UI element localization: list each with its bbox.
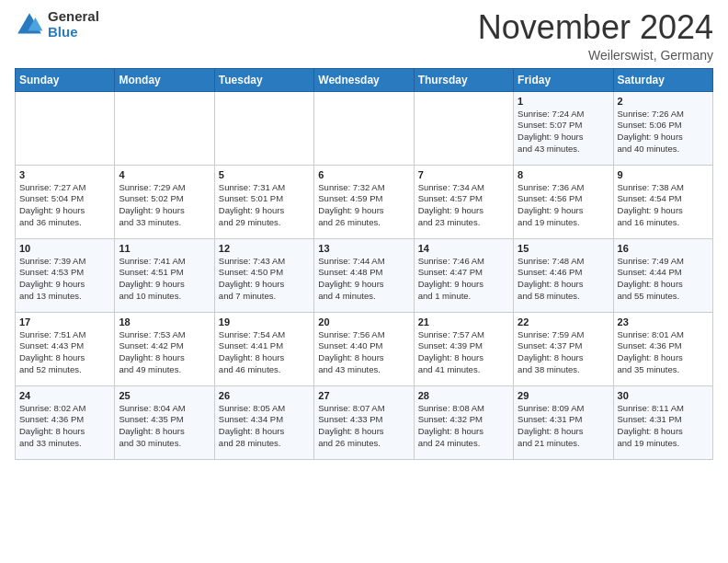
day-number: 30 — [618, 390, 709, 401]
day-number: 26 — [219, 390, 310, 401]
calendar-col-saturday: Saturday — [613, 68, 712, 91]
calendar-cell: 2Sunrise: 7:26 AM Sunset: 5:06 PM Daylig… — [613, 91, 712, 165]
day-number: 23 — [618, 316, 709, 327]
calendar-cell — [115, 91, 214, 165]
day-info: Sunrise: 7:39 AM Sunset: 4:53 PM Dayligh… — [19, 256, 110, 303]
day-info: Sunrise: 8:09 AM Sunset: 4:31 PM Dayligh… — [518, 403, 609, 450]
calendar-cell: 9Sunrise: 7:38 AM Sunset: 4:54 PM Daylig… — [613, 165, 712, 238]
calendar-cell: 18Sunrise: 7:53 AM Sunset: 4:42 PM Dayli… — [115, 312, 214, 385]
location: Weilerswist, Germany — [478, 48, 713, 63]
day-number: 12 — [219, 243, 310, 254]
day-number: 19 — [219, 316, 310, 327]
calendar-cell: 3Sunrise: 7:27 AM Sunset: 5:04 PM Daylig… — [16, 165, 115, 238]
day-info: Sunrise: 7:34 AM Sunset: 4:57 PM Dayligh… — [418, 182, 509, 229]
calendar-cell — [16, 91, 115, 165]
calendar-cell: 7Sunrise: 7:34 AM Sunset: 4:57 PM Daylig… — [414, 165, 513, 238]
page: General Blue November 2024 Weilerswist, … — [0, 0, 728, 563]
day-info: Sunrise: 8:08 AM Sunset: 4:32 PM Dayligh… — [418, 403, 509, 450]
day-number: 13 — [318, 243, 409, 254]
calendar-cell — [414, 91, 513, 165]
logo-icon — [15, 10, 44, 40]
calendar-cell: 13Sunrise: 7:44 AM Sunset: 4:48 PM Dayli… — [314, 238, 414, 312]
day-number: 25 — [119, 390, 210, 401]
day-info: Sunrise: 7:26 AM Sunset: 5:06 PM Dayligh… — [618, 109, 709, 155]
calendar-cell: 6Sunrise: 7:32 AM Sunset: 4:59 PM Daylig… — [314, 165, 414, 238]
calendar-header: SundayMondayTuesdayWednesdayThursdayFrid… — [16, 68, 713, 91]
calendar-cell: 10Sunrise: 7:39 AM Sunset: 4:53 PM Dayli… — [16, 238, 115, 312]
day-info: Sunrise: 8:05 AM Sunset: 4:34 PM Dayligh… — [219, 403, 310, 450]
day-info: Sunrise: 7:31 AM Sunset: 5:01 PM Dayligh… — [219, 182, 310, 229]
calendar-cell: 20Sunrise: 7:56 AM Sunset: 4:40 PM Dayli… — [314, 312, 414, 385]
day-info: Sunrise: 7:32 AM Sunset: 4:59 PM Dayligh… — [318, 182, 409, 229]
title-block: November 2024 Weilerswist, Germany — [478, 9, 713, 63]
calendar-col-tuesday: Tuesday — [214, 68, 313, 91]
calendar-col-sunday: Sunday — [16, 68, 115, 91]
day-number: 3 — [19, 169, 110, 180]
day-number: 14 — [418, 243, 509, 254]
calendar-cell: 11Sunrise: 7:41 AM Sunset: 4:51 PM Dayli… — [115, 238, 214, 312]
calendar-cell: 12Sunrise: 7:43 AM Sunset: 4:50 PM Dayli… — [214, 238, 313, 312]
day-number: 18 — [119, 316, 210, 327]
day-number: 22 — [518, 316, 609, 327]
day-info: Sunrise: 8:01 AM Sunset: 4:36 PM Dayligh… — [618, 329, 709, 376]
day-info: Sunrise: 7:46 AM Sunset: 4:47 PM Dayligh… — [418, 256, 509, 303]
calendar-cell: 22Sunrise: 7:59 AM Sunset: 4:37 PM Dayli… — [514, 312, 613, 385]
calendar-cell: 5Sunrise: 7:31 AM Sunset: 5:01 PM Daylig… — [214, 165, 313, 238]
calendar-week-5: 24Sunrise: 8:02 AM Sunset: 4:36 PM Dayli… — [16, 385, 713, 459]
calendar-cell — [214, 91, 313, 165]
calendar-week-2: 3Sunrise: 7:27 AM Sunset: 5:04 PM Daylig… — [16, 165, 713, 238]
calendar-col-friday: Friday — [514, 68, 613, 91]
calendar-col-monday: Monday — [115, 68, 214, 91]
day-number: 6 — [318, 169, 409, 180]
day-number: 16 — [618, 243, 709, 254]
day-info: Sunrise: 8:04 AM Sunset: 4:35 PM Dayligh… — [119, 403, 210, 450]
day-number: 15 — [518, 243, 609, 254]
calendar-cell: 29Sunrise: 8:09 AM Sunset: 4:31 PM Dayli… — [514, 385, 613, 459]
day-number: 28 — [418, 390, 509, 401]
day-info: Sunrise: 7:51 AM Sunset: 4:43 PM Dayligh… — [19, 329, 110, 376]
calendar-header-row: SundayMondayTuesdayWednesdayThursdayFrid… — [16, 68, 713, 91]
day-number: 8 — [518, 169, 609, 180]
day-number: 29 — [518, 390, 609, 401]
day-info: Sunrise: 8:02 AM Sunset: 4:36 PM Dayligh… — [19, 403, 110, 450]
day-info: Sunrise: 7:54 AM Sunset: 4:41 PM Dayligh… — [219, 329, 310, 376]
day-info: Sunrise: 8:11 AM Sunset: 4:31 PM Dayligh… — [618, 403, 709, 450]
calendar-cell: 8Sunrise: 7:36 AM Sunset: 4:56 PM Daylig… — [514, 165, 613, 238]
calendar-cell: 16Sunrise: 7:49 AM Sunset: 4:44 PM Dayli… — [613, 238, 712, 312]
calendar-cell: 19Sunrise: 7:54 AM Sunset: 4:41 PM Dayli… — [214, 312, 313, 385]
calendar-cell: 25Sunrise: 8:04 AM Sunset: 4:35 PM Dayli… — [115, 385, 214, 459]
calendar-week-3: 10Sunrise: 7:39 AM Sunset: 4:53 PM Dayli… — [16, 238, 713, 312]
day-number: 27 — [318, 390, 409, 401]
header: General Blue November 2024 Weilerswist, … — [15, 9, 713, 63]
calendar-cell: 15Sunrise: 7:48 AM Sunset: 4:46 PM Dayli… — [514, 238, 613, 312]
day-number: 21 — [418, 316, 509, 327]
day-number: 10 — [19, 243, 110, 254]
calendar-col-wednesday: Wednesday — [314, 68, 414, 91]
day-info: Sunrise: 7:56 AM Sunset: 4:40 PM Dayligh… — [318, 329, 409, 376]
calendar-cell: 24Sunrise: 8:02 AM Sunset: 4:36 PM Dayli… — [16, 385, 115, 459]
calendar-week-4: 17Sunrise: 7:51 AM Sunset: 4:43 PM Dayli… — [16, 312, 713, 385]
calendar-cell: 27Sunrise: 8:07 AM Sunset: 4:33 PM Dayli… — [314, 385, 414, 459]
calendar-cell: 26Sunrise: 8:05 AM Sunset: 4:34 PM Dayli… — [214, 385, 313, 459]
day-number: 4 — [119, 169, 210, 180]
logo-blue: Blue — [48, 25, 99, 40]
calendar-week-1: 1Sunrise: 7:24 AM Sunset: 5:07 PM Daylig… — [16, 91, 713, 165]
calendar-cell: 23Sunrise: 8:01 AM Sunset: 4:36 PM Dayli… — [613, 312, 712, 385]
day-info: Sunrise: 7:27 AM Sunset: 5:04 PM Dayligh… — [19, 182, 110, 229]
logo-text: General Blue — [48, 9, 99, 40]
day-info: Sunrise: 7:38 AM Sunset: 4:54 PM Dayligh… — [618, 182, 709, 229]
calendar-cell — [314, 91, 414, 165]
calendar-cell: 1Sunrise: 7:24 AM Sunset: 5:07 PM Daylig… — [514, 91, 613, 165]
day-info: Sunrise: 7:41 AM Sunset: 4:51 PM Dayligh… — [119, 256, 210, 303]
day-number: 1 — [518, 96, 609, 107]
calendar-col-thursday: Thursday — [414, 68, 513, 91]
calendar: SundayMondayTuesdayWednesdayThursdayFrid… — [15, 68, 713, 460]
month-title: November 2024 — [478, 9, 713, 46]
day-number: 24 — [19, 390, 110, 401]
calendar-cell: 17Sunrise: 7:51 AM Sunset: 4:43 PM Dayli… — [16, 312, 115, 385]
day-info: Sunrise: 7:24 AM Sunset: 5:07 PM Dayligh… — [518, 109, 609, 155]
day-info: Sunrise: 8:07 AM Sunset: 4:33 PM Dayligh… — [318, 403, 409, 450]
day-number: 11 — [119, 243, 210, 254]
calendar-cell: 4Sunrise: 7:29 AM Sunset: 5:02 PM Daylig… — [115, 165, 214, 238]
day-info: Sunrise: 7:59 AM Sunset: 4:37 PM Dayligh… — [518, 329, 609, 376]
